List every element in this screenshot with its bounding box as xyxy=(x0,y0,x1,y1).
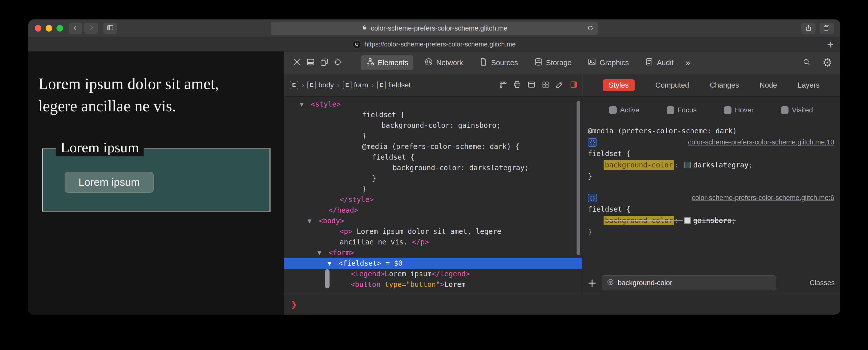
checkbox-icon[interactable] xyxy=(781,106,788,114)
console-prompt-row[interactable]: ❯ xyxy=(284,294,840,315)
token-css: } xyxy=(362,185,366,193)
tree-line[interactable]: } xyxy=(284,184,582,195)
chevron-right-icon: › xyxy=(301,81,304,90)
tab-network[interactable]: Network xyxy=(420,55,468,70)
checkbox-icon[interactable] xyxy=(666,106,674,114)
styles-panel: ActiveFocusHoverVisited @media (prefers-… xyxy=(582,96,840,294)
grid-overlay-icon[interactable] xyxy=(541,81,550,90)
styles-filter-input[interactable]: background-color xyxy=(602,275,776,290)
css-declaration[interactable]: background-color: gainsboro; xyxy=(588,215,834,226)
token-text: ancillae ne vis. xyxy=(340,238,412,246)
stylesheet-link[interactable]: color-scheme-prefers-color-scheme.glitch… xyxy=(692,194,834,202)
tree-line[interactable]: </style> xyxy=(284,195,582,205)
sidebar-tab-layers[interactable]: Layers xyxy=(798,79,819,91)
add-rule-button[interactable]: + xyxy=(587,277,597,288)
tab-title[interactable]: https://color-scheme-prefers-color-schem… xyxy=(364,40,516,48)
dom-tree-scrollbar[interactable] xyxy=(577,101,580,255)
disclosure-triangle-icon[interactable]: ▼ xyxy=(328,258,331,269)
breadcrumb-item-fieldset[interactable]: Efieldset xyxy=(377,81,411,89)
tab-sources[interactable]: Sources xyxy=(474,55,523,70)
tab-audit[interactable]: Audit xyxy=(640,55,679,70)
rule-origin-icon: {} xyxy=(588,138,597,147)
tab-elements[interactable]: Elements xyxy=(361,55,413,70)
tree-line[interactable]: background-color: darkslategray; xyxy=(284,163,582,173)
disclosure-triangle-icon[interactable]: ▼ xyxy=(317,247,321,258)
edit-icon[interactable] xyxy=(556,81,564,90)
tree-line[interactable]: fieldset { xyxy=(284,110,582,120)
element-icon: E xyxy=(377,81,386,89)
checkbox-icon[interactable] xyxy=(609,106,617,114)
inspector-tab-strip: ElementsNetworkSourcesStorageGraphicsAud… xyxy=(361,55,679,70)
pseudo-toggle-focus[interactable]: Focus xyxy=(666,106,697,114)
tab-overview-button[interactable] xyxy=(819,23,834,34)
style-rule: {}color-scheme-prefers-color-scheme.glit… xyxy=(588,192,834,238)
tab-label: Audit xyxy=(657,59,674,67)
sidebar-toggle-button[interactable] xyxy=(103,23,117,34)
chevron-left-icon xyxy=(72,24,79,32)
tree-line[interactable]: ▼<style> xyxy=(284,99,582,110)
reload-button[interactable] xyxy=(587,24,594,34)
rule-close-brace: } xyxy=(588,226,834,238)
token-tag: > xyxy=(440,280,444,289)
page-button[interactable]: Lorem ipsum xyxy=(65,172,154,193)
breadcrumb-item[interactable]: E xyxy=(290,81,298,89)
tab-storage[interactable]: Storage xyxy=(529,55,577,70)
breadcrumb-item-form[interactable]: Eform xyxy=(343,81,368,89)
back-button[interactable] xyxy=(69,23,82,34)
minimize-window-button[interactable] xyxy=(46,25,52,32)
disclosure-triangle-icon[interactable]: ▼ xyxy=(308,216,311,226)
rule-origin-icon: {} xyxy=(588,194,597,202)
address-bar[interactable]: color-scheme-prefers-color-scheme.glitch… xyxy=(271,22,598,35)
web-inspector: ElementsNetworkSourcesStorageGraphicsAud… xyxy=(284,52,840,315)
forward-button[interactable] xyxy=(84,23,98,34)
token-tag: <body> xyxy=(319,217,344,225)
print-styles-icon[interactable] xyxy=(513,81,521,90)
tree-line[interactable]: ▼<fieldset> = $0 xyxy=(284,258,582,269)
new-tab-button[interactable]: + xyxy=(827,40,834,49)
tree-line[interactable]: ancillae ne vis. </p> xyxy=(284,237,582,247)
pseudo-toggle-visited[interactable]: Visited xyxy=(781,106,813,114)
share-button[interactable] xyxy=(801,23,815,34)
tree-line[interactable]: } xyxy=(284,173,582,184)
sidebar-tab-styles[interactable]: Styles xyxy=(603,79,635,91)
style-rule: @media (prefers-color-scheme: dark){}col… xyxy=(588,125,834,182)
checkbox-icon[interactable] xyxy=(724,106,732,114)
tree-line[interactable]: <p> Lorem ipsum dolor sit amet, legere xyxy=(284,226,582,237)
token-text: Lorem xyxy=(444,280,466,289)
frame-icon[interactable] xyxy=(527,81,535,90)
search-button[interactable] xyxy=(800,56,813,69)
pseudo-toggle-active[interactable]: Active xyxy=(609,106,639,114)
more-tabs-button[interactable]: » xyxy=(685,58,691,68)
breadcrumb-item-body[interactable]: Ebody xyxy=(307,81,334,89)
tree-line[interactable]: ▼<body> xyxy=(284,216,582,226)
tree-line[interactable]: } xyxy=(284,131,582,141)
tree-line[interactable]: </head> xyxy=(284,205,582,216)
element-highlight-icon[interactable] xyxy=(570,81,578,90)
stylesheet-link[interactable]: color-scheme-prefers-color-scheme.glitch… xyxy=(688,138,834,146)
sidebar-tab-changes[interactable]: Changes xyxy=(710,79,739,91)
tree-line[interactable]: background-color: gainsboro; xyxy=(284,120,582,131)
dock-bottom-button[interactable] xyxy=(304,56,317,69)
color-swatch[interactable] xyxy=(684,162,691,168)
pseudo-toggle-hover[interactable]: Hover xyxy=(724,106,754,114)
zoom-window-button[interactable] xyxy=(57,25,63,32)
color-swatch[interactable] xyxy=(684,217,691,224)
pseudo-label: Visited xyxy=(792,106,813,114)
tree-line[interactable]: @media (prefers-color-scheme: dark) { xyxy=(284,141,582,152)
disclosure-triangle-icon[interactable]: ▼ xyxy=(300,99,304,110)
tree-line[interactable]: fieldset { xyxy=(284,152,582,163)
element-picker-button[interactable] xyxy=(331,56,345,69)
undock-button[interactable] xyxy=(317,56,331,69)
close-inspector-button[interactable] xyxy=(290,56,304,69)
sidebar-tab-computed[interactable]: Computed xyxy=(655,79,689,91)
tree-line[interactable]: ▼<form> xyxy=(284,247,582,258)
close-window-button[interactable] xyxy=(35,25,41,32)
tab-label: Sources xyxy=(491,59,518,67)
css-declaration[interactable]: background-color: darkslategray; xyxy=(588,159,834,171)
rulers-icon[interactable] xyxy=(499,81,507,90)
settings-button[interactable]: ⚙ xyxy=(820,56,834,69)
sidebar-tab-node[interactable]: Node xyxy=(760,79,777,91)
pseudo-label: Hover xyxy=(735,106,754,114)
classes-button[interactable]: Classes xyxy=(809,279,835,287)
tab-graphics[interactable]: Graphics xyxy=(583,55,634,70)
